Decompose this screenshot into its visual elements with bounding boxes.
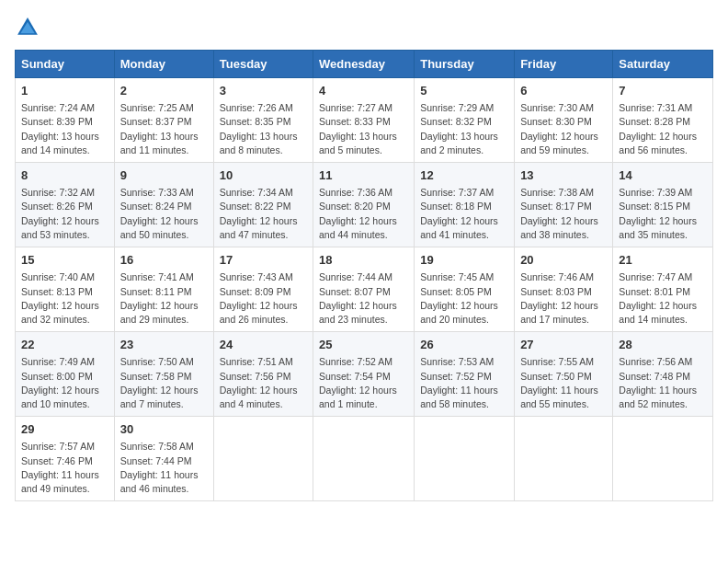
calendar-cell: 19Sunrise: 7:45 AM Sunset: 8:05 PM Dayli…: [415, 247, 515, 332]
column-header-saturday: Saturday: [613, 51, 713, 78]
calendar-cell: 20Sunrise: 7:46 AM Sunset: 8:03 PM Dayli…: [515, 247, 613, 332]
day-info: Sunrise: 7:46 AM Sunset: 8:03 PM Dayligh…: [520, 270, 607, 327]
calendar-cell: [515, 417, 613, 501]
calendar-cell: 6Sunrise: 7:30 AM Sunset: 8:30 PM Daylig…: [515, 78, 613, 163]
calendar-cell: 13Sunrise: 7:38 AM Sunset: 8:17 PM Dayli…: [515, 163, 613, 247]
day-number: 28: [619, 337, 707, 353]
day-info: Sunrise: 7:51 AM Sunset: 7:56 PM Dayligh…: [220, 355, 307, 411]
calendar-cell: 22Sunrise: 7:49 AM Sunset: 8:00 PM Dayli…: [16, 332, 115, 417]
calendar-cell: 14Sunrise: 7:39 AM Sunset: 8:15 PM Dayli…: [613, 163, 713, 247]
day-info: Sunrise: 7:43 AM Sunset: 8:09 PM Dayligh…: [220, 270, 307, 327]
column-header-monday: Monday: [114, 51, 213, 78]
day-number: 14: [619, 167, 707, 184]
calendar-cell: 9Sunrise: 7:33 AM Sunset: 8:24 PM Daylig…: [114, 163, 213, 247]
day-number: 13: [520, 167, 607, 184]
day-info: Sunrise: 7:25 AM Sunset: 8:37 PM Dayligh…: [120, 101, 208, 157]
day-info: Sunrise: 7:53 AM Sunset: 7:52 PM Dayligh…: [420, 355, 508, 411]
day-number: 24: [220, 337, 307, 353]
day-info: Sunrise: 7:31 AM Sunset: 8:28 PM Dayligh…: [619, 101, 707, 157]
day-info: Sunrise: 7:45 AM Sunset: 8:05 PM Dayligh…: [420, 270, 508, 327]
calendar-cell: [313, 417, 415, 501]
day-number: 2: [120, 83, 208, 99]
column-header-tuesday: Tuesday: [213, 51, 313, 78]
day-number: 25: [319, 337, 408, 353]
day-info: Sunrise: 7:39 AM Sunset: 8:15 PM Dayligh…: [619, 186, 707, 242]
calendar-cell: 3Sunrise: 7:26 AM Sunset: 8:35 PM Daylig…: [213, 78, 313, 163]
calendar-cell: 28Sunrise: 7:56 AM Sunset: 7:48 PM Dayli…: [613, 332, 713, 417]
day-number: 30: [120, 421, 208, 438]
day-number: 3: [220, 83, 307, 99]
day-info: Sunrise: 7:34 AM Sunset: 8:22 PM Dayligh…: [220, 186, 307, 242]
day-info: Sunrise: 7:56 AM Sunset: 7:48 PM Dayligh…: [619, 355, 707, 411]
day-number: 27: [520, 337, 607, 353]
day-number: 7: [619, 83, 707, 99]
calendar-table: SundayMondayTuesdayWednesdayThursdayFrid…: [15, 50, 713, 501]
day-number: 1: [21, 83, 108, 99]
day-info: Sunrise: 7:33 AM Sunset: 8:24 PM Dayligh…: [120, 186, 208, 242]
day-info: Sunrise: 7:57 AM Sunset: 7:46 PM Dayligh…: [21, 440, 108, 496]
calendar-cell: 24Sunrise: 7:51 AM Sunset: 7:56 PM Dayli…: [213, 332, 313, 417]
calendar-week-5: 29Sunrise: 7:57 AM Sunset: 7:46 PM Dayli…: [16, 417, 713, 501]
day-number: 9: [120, 167, 208, 184]
calendar-cell: [613, 417, 713, 501]
day-number: 12: [420, 167, 508, 184]
calendar-cell: 26Sunrise: 7:53 AM Sunset: 7:52 PM Dayli…: [415, 332, 515, 417]
day-number: 4: [319, 83, 408, 99]
day-number: 29: [21, 421, 108, 438]
day-info: Sunrise: 7:52 AM Sunset: 7:54 PM Dayligh…: [319, 355, 408, 411]
column-header-wednesday: Wednesday: [313, 51, 415, 78]
calendar-cell: 10Sunrise: 7:34 AM Sunset: 8:22 PM Dayli…: [213, 163, 313, 247]
calendar-cell: [213, 417, 313, 501]
calendar-cell: 11Sunrise: 7:36 AM Sunset: 8:20 PM Dayli…: [313, 163, 415, 247]
calendar-week-1: 1Sunrise: 7:24 AM Sunset: 8:39 PM Daylig…: [16, 78, 713, 163]
calendar-cell: 21Sunrise: 7:47 AM Sunset: 8:01 PM Dayli…: [613, 247, 713, 332]
calendar-cell: [415, 417, 515, 501]
day-info: Sunrise: 7:36 AM Sunset: 8:20 PM Dayligh…: [319, 186, 408, 242]
calendar-cell: 27Sunrise: 7:55 AM Sunset: 7:50 PM Dayli…: [515, 332, 613, 417]
day-info: Sunrise: 7:41 AM Sunset: 8:11 PM Dayligh…: [120, 270, 208, 327]
calendar-week-3: 15Sunrise: 7:40 AM Sunset: 8:13 PM Dayli…: [16, 247, 713, 332]
calendar-cell: 12Sunrise: 7:37 AM Sunset: 8:18 PM Dayli…: [415, 163, 515, 247]
day-number: 5: [420, 83, 508, 99]
calendar-cell: 17Sunrise: 7:43 AM Sunset: 8:09 PM Dayli…: [213, 247, 313, 332]
calendar-cell: 8Sunrise: 7:32 AM Sunset: 8:26 PM Daylig…: [16, 163, 115, 247]
day-number: 10: [220, 167, 307, 184]
day-number: 17: [220, 252, 307, 269]
calendar-cell: 18Sunrise: 7:44 AM Sunset: 8:07 PM Dayli…: [313, 247, 415, 332]
calendar-cell: 30Sunrise: 7:58 AM Sunset: 7:44 PM Dayli…: [114, 417, 213, 501]
day-info: Sunrise: 7:55 AM Sunset: 7:50 PM Dayligh…: [520, 355, 607, 411]
calendar-week-2: 8Sunrise: 7:32 AM Sunset: 8:26 PM Daylig…: [16, 163, 713, 247]
day-info: Sunrise: 7:29 AM Sunset: 8:32 PM Dayligh…: [420, 101, 508, 157]
day-info: Sunrise: 7:27 AM Sunset: 8:33 PM Dayligh…: [319, 101, 408, 157]
day-info: Sunrise: 7:47 AM Sunset: 8:01 PM Dayligh…: [619, 270, 707, 327]
calendar-cell: 7Sunrise: 7:31 AM Sunset: 8:28 PM Daylig…: [613, 78, 713, 163]
calendar-week-4: 22Sunrise: 7:49 AM Sunset: 8:00 PM Dayli…: [16, 332, 713, 417]
day-number: 21: [619, 252, 707, 269]
calendar-header-row: SundayMondayTuesdayWednesdayThursdayFrid…: [16, 51, 713, 78]
day-number: 8: [21, 167, 108, 184]
day-info: Sunrise: 7:32 AM Sunset: 8:26 PM Dayligh…: [21, 186, 108, 242]
day-info: Sunrise: 7:58 AM Sunset: 7:44 PM Dayligh…: [120, 440, 208, 496]
column-header-friday: Friday: [515, 51, 613, 78]
calendar-cell: 23Sunrise: 7:50 AM Sunset: 7:58 PM Dayli…: [114, 332, 213, 417]
day-number: 22: [21, 337, 108, 353]
day-info: Sunrise: 7:26 AM Sunset: 8:35 PM Dayligh…: [220, 101, 307, 157]
column-header-thursday: Thursday: [415, 51, 515, 78]
day-number: 23: [120, 337, 208, 353]
day-number: 20: [520, 252, 607, 269]
calendar-cell: 5Sunrise: 7:29 AM Sunset: 8:32 PM Daylig…: [415, 78, 515, 163]
day-info: Sunrise: 7:37 AM Sunset: 8:18 PM Dayligh…: [420, 186, 508, 242]
day-number: 11: [319, 167, 408, 184]
logo: [15, 15, 44, 40]
day-info: Sunrise: 7:49 AM Sunset: 8:00 PM Dayligh…: [21, 355, 108, 411]
calendar-cell: 16Sunrise: 7:41 AM Sunset: 8:11 PM Dayli…: [114, 247, 213, 332]
column-header-sunday: Sunday: [16, 51, 115, 78]
day-number: 16: [120, 252, 208, 269]
calendar-cell: 25Sunrise: 7:52 AM Sunset: 7:54 PM Dayli…: [313, 332, 415, 417]
calendar-cell: 2Sunrise: 7:25 AM Sunset: 8:37 PM Daylig…: [114, 78, 213, 163]
day-info: Sunrise: 7:38 AM Sunset: 8:17 PM Dayligh…: [520, 186, 607, 242]
day-number: 18: [319, 252, 408, 269]
day-info: Sunrise: 7:44 AM Sunset: 8:07 PM Dayligh…: [319, 270, 408, 327]
day-number: 19: [420, 252, 508, 269]
day-number: 15: [21, 252, 108, 269]
